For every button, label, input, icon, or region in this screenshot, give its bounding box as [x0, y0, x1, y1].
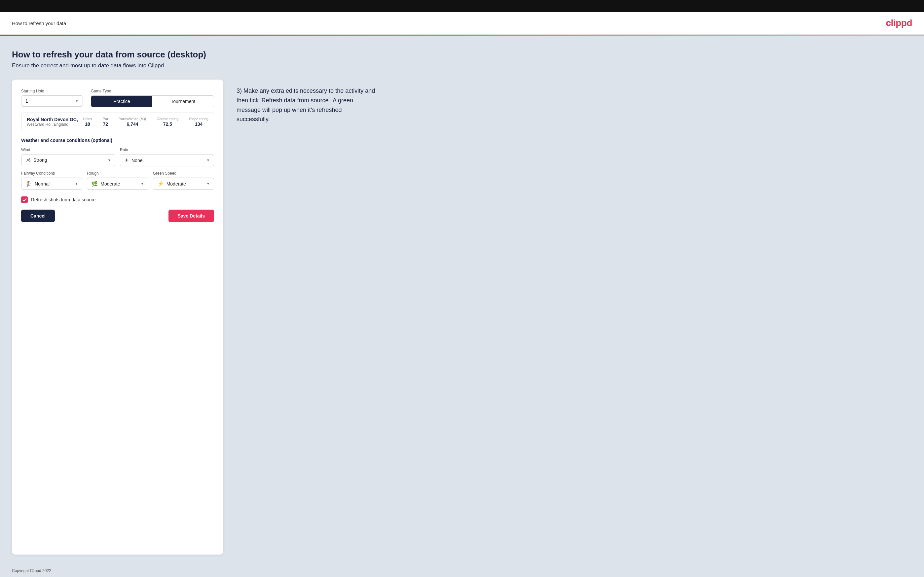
fairway-value: Normal — [35, 181, 72, 187]
page-subtitle: Ensure the correct and most up to date d… — [12, 62, 912, 69]
rain-icon: ☀ — [124, 157, 129, 163]
green-speed-icon: ⚡ — [157, 181, 164, 187]
green-speed-label: Green Speed — [153, 171, 214, 176]
rain-label: Rain — [120, 148, 214, 152]
logo: clippd — [886, 18, 912, 28]
form-card: Starting Hole 1 ▼ Game Type Practice Tou… — [12, 79, 223, 554]
refresh-checkbox-label: Refresh shots from data source — [31, 197, 95, 202]
par-value: 72 — [103, 121, 108, 127]
game-type-field: Game Type Practice Tournament — [91, 89, 214, 107]
copyright-text: Copyright Clippd 2022 — [12, 569, 51, 573]
rain-field: Rain ☀ None ▼ — [120, 148, 214, 166]
course-name: Royal North Devon GC, — [27, 117, 83, 122]
fairway-label: Fairway Conditions — [21, 171, 82, 176]
rain-value: None — [131, 158, 204, 163]
checkmark-icon — [23, 198, 27, 202]
main-content: How to refresh your data from source (de… — [0, 36, 924, 564]
starting-hole-select[interactable]: 1 ▼ — [21, 95, 83, 106]
cancel-button[interactable]: Cancel — [21, 210, 55, 222]
stat-holes: Holes 18 — [83, 117, 92, 127]
footer: Copyright Clippd 2022 — [0, 564, 924, 577]
course-info: Royal North Devon GC, Westward Ho!, Engl… — [27, 117, 83, 127]
stat-slope-rating: Slope rating 134 — [189, 117, 208, 127]
rough-chevron-icon: ▼ — [141, 182, 144, 185]
breadcrumb: How to refresh your data — [12, 21, 66, 26]
wind-select[interactable]: 🌬 Strong ▼ — [21, 154, 115, 166]
fairway-select[interactable]: 🏌 Normal ▼ — [21, 177, 82, 190]
header: How to refresh your data clippd — [0, 12, 924, 35]
starting-hole-field: Starting Hole 1 ▼ — [21, 89, 83, 107]
fairway-field: Fairway Conditions 🏌 Normal ▼ — [21, 171, 82, 190]
top-bar — [0, 0, 924, 12]
yards-label: Yards/White (M)) — [119, 117, 146, 121]
game-type-buttons: Practice Tournament — [91, 95, 214, 107]
rough-label: Rough — [87, 171, 148, 176]
game-type-label: Game Type — [91, 89, 214, 93]
save-button[interactable]: Save Details — [168, 210, 215, 222]
wind-field: Wind 🌬 Strong ▼ — [21, 148, 115, 166]
rain-chevron-icon: ▼ — [207, 158, 210, 162]
stat-course-rating: Course rating 72.5 — [157, 117, 178, 127]
wind-chevron-icon: ▼ — [108, 158, 111, 162]
course-table: Royal North Devon GC, Westward Ho!, Engl… — [21, 113, 214, 131]
green-speed-chevron-icon: ▼ — [207, 182, 210, 185]
course-row: Royal North Devon GC, Westward Ho!, Engl… — [21, 113, 214, 131]
fairway-icon: 🏌 — [26, 181, 32, 187]
yards-value: 6,744 — [119, 121, 146, 127]
refresh-checkbox[interactable] — [21, 197, 28, 203]
button-row: Cancel Save Details — [21, 210, 214, 222]
starting-hole-value: 1 — [26, 98, 75, 104]
starting-hole-label: Starting Hole — [21, 89, 83, 93]
practice-button[interactable]: Practice — [91, 96, 153, 107]
side-description: 3) Make any extra edits necessary to the… — [236, 86, 375, 124]
green-speed-value: Moderate — [166, 181, 204, 187]
checkbox-row: Refresh shots from data source — [21, 197, 214, 203]
course-location: Westward Ho!, England — [27, 122, 83, 127]
conditions-bottom-row: Fairway Conditions 🏌 Normal ▼ Rough 🌿 Mo… — [21, 171, 214, 190]
stat-yards: Yards/White (M)) 6,744 — [119, 117, 146, 127]
holes-label: Holes — [83, 117, 92, 121]
course-rating-value: 72.5 — [157, 121, 178, 127]
course-rating-label: Course rating — [157, 117, 178, 121]
stat-par: Par 72 — [103, 117, 108, 127]
chevron-down-icon: ▼ — [75, 99, 79, 103]
top-fields-row: Starting Hole 1 ▼ Game Type Practice Tou… — [21, 89, 214, 107]
rain-select[interactable]: ☀ None ▼ — [120, 154, 214, 166]
par-label: Par — [103, 117, 108, 121]
page-title: How to refresh your data from source (de… — [12, 50, 912, 60]
green-speed-field: Green Speed ⚡ Moderate ▼ — [153, 171, 214, 190]
fairway-chevron-icon: ▼ — [75, 182, 78, 185]
wind-label: Wind — [21, 148, 115, 152]
holes-value: 18 — [83, 121, 92, 127]
conditions-top-row: Wind 🌬 Strong ▼ Rain ☀ None ▼ — [21, 148, 214, 166]
wind-icon: 🌬 — [26, 157, 31, 163]
conditions-section-title: Weather and course conditions (optional) — [21, 138, 214, 143]
slope-rating-value: 134 — [189, 121, 208, 127]
content-area: Starting Hole 1 ▼ Game Type Practice Tou… — [12, 79, 912, 554]
rough-icon: 🌿 — [91, 181, 98, 187]
rough-select[interactable]: 🌿 Moderate ▼ — [87, 177, 148, 190]
tournament-button[interactable]: Tournament — [152, 96, 214, 107]
rough-field: Rough 🌿 Moderate ▼ — [87, 171, 148, 190]
green-speed-select[interactable]: ⚡ Moderate ▼ — [153, 177, 214, 190]
side-text-area: 3) Make any extra edits necessary to the… — [236, 79, 912, 554]
slope-rating-label: Slope rating — [189, 117, 208, 121]
course-stats: Holes 18 Par 72 Yards/White (M)) 6,744 — [83, 117, 208, 127]
wind-value: Strong — [33, 158, 105, 163]
rough-value: Moderate — [100, 181, 138, 187]
